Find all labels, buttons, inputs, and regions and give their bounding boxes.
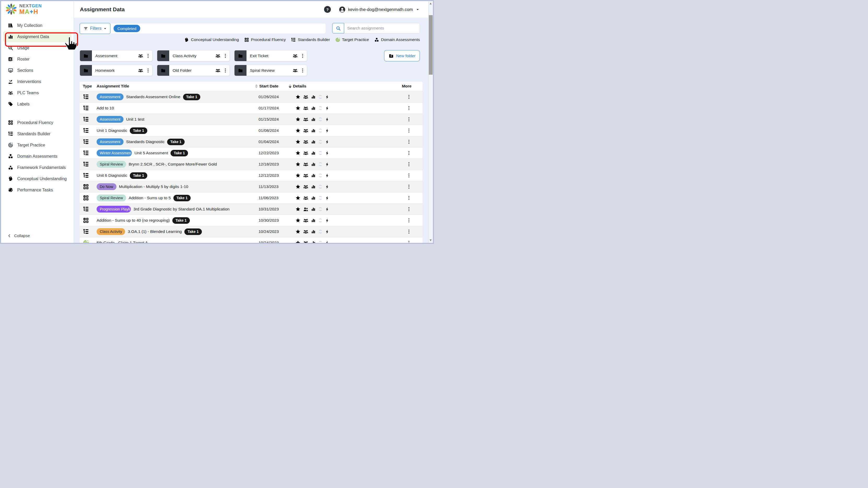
retake-sync-icon[interactable] — [318, 128, 323, 133]
star-icon[interactable] — [295, 94, 301, 99]
students-icon[interactable] — [303, 229, 309, 235]
students-icon[interactable] — [303, 184, 309, 189]
students-icon[interactable] — [303, 117, 309, 122]
retake-sync-icon[interactable] — [318, 173, 323, 178]
star-icon[interactable] — [295, 117, 301, 122]
folder-menu-kebab[interactable] — [300, 68, 305, 73]
table-row[interactable]: Progression Playli 3rd Grade Diagnostic … — [80, 204, 423, 215]
sidebar-item[interactable]: Assignment Data — [3, 31, 71, 42]
account-caret-icon[interactable] — [416, 8, 420, 11]
results-chart-icon[interactable] — [311, 94, 316, 99]
results-chart-icon[interactable] — [311, 218, 316, 223]
table-row[interactable]: Do Now Multiplication - Multiply 5 by di… — [80, 181, 423, 192]
students-icon[interactable] — [303, 94, 309, 100]
star-icon[interactable] — [295, 240, 301, 243]
table-row[interactable]: Unit 1 Diagnostic Take 1 01/08/2024 — [80, 125, 423, 136]
sidebar-item[interactable]: Interventions — [1, 76, 74, 87]
students-icon[interactable] — [303, 195, 309, 201]
results-chart-icon[interactable] — [311, 195, 316, 200]
help-button[interactable]: ? — [324, 6, 331, 13]
students-icon[interactable] — [303, 161, 309, 167]
row-menu-kebab[interactable] — [406, 128, 411, 133]
sidebar-collapse-button[interactable]: Collapse — [7, 234, 30, 238]
star-icon[interactable] — [295, 150, 301, 156]
row-menu-kebab[interactable] — [406, 117, 411, 122]
live-bolt-icon[interactable] — [325, 241, 330, 243]
live-bolt-icon[interactable] — [325, 173, 330, 178]
avatar-icon[interactable] — [339, 6, 346, 13]
sidebar-item[interactable]: Labels — [1, 98, 74, 110]
row-menu-kebab[interactable] — [406, 195, 411, 201]
folder-card[interactable]: Assessment — [80, 50, 153, 61]
retake-sync-icon[interactable] — [318, 241, 323, 243]
col-details[interactable]: Details — [289, 84, 306, 89]
star-icon[interactable] — [295, 162, 301, 167]
retake-sync-icon[interactable] — [318, 140, 323, 144]
folder-menu-kebab[interactable] — [223, 68, 228, 73]
folder-menu-kebab[interactable] — [300, 53, 305, 59]
row-menu-kebab[interactable] — [406, 150, 411, 156]
scrollbar-thumb[interactable] — [429, 15, 433, 75]
retake-sync-icon[interactable] — [318, 117, 323, 122]
live-bolt-icon[interactable] — [325, 117, 330, 122]
table-row[interactable]: Unit 6 Diagnostic Take 1 12/12/2023 — [80, 170, 423, 181]
row-menu-kebab[interactable] — [406, 162, 411, 167]
folder-card[interactable]: Exit Ticket — [234, 50, 307, 61]
sidebar-item[interactable]: Procedural Fluency — [1, 117, 74, 128]
star-icon[interactable] — [295, 207, 301, 212]
folder-menu-kebab[interactable] — [146, 68, 151, 73]
students-icon[interactable] — [303, 206, 309, 212]
retake-sync-icon[interactable] — [318, 94, 323, 99]
row-menu-kebab[interactable] — [406, 105, 411, 111]
live-bolt-icon[interactable] — [325, 106, 330, 111]
folder-menu-kebab[interactable] — [223, 53, 228, 59]
students-icon[interactable] — [303, 128, 309, 133]
folder-card[interactable]: Spiral Review — [234, 65, 307, 76]
star-icon[interactable] — [295, 218, 301, 223]
table-row[interactable]: Winter Assessmen Unit 5 Assessment Take … — [80, 147, 423, 158]
folder-card[interactable]: Homework — [80, 65, 153, 76]
folder-card[interactable]: Old Folder — [157, 65, 230, 76]
live-bolt-icon[interactable] — [325, 196, 330, 200]
results-chart-icon[interactable] — [311, 184, 316, 189]
row-menu-kebab[interactable] — [406, 229, 411, 234]
scroll-up-arrow[interactable] — [430, 3, 432, 4]
students-icon[interactable] — [303, 217, 309, 223]
results-chart-icon[interactable] — [311, 117, 316, 122]
sidebar-item[interactable]: My Collection — [1, 20, 74, 31]
live-bolt-icon[interactable] — [325, 218, 330, 223]
table-row[interactable]: Assessment Standards Assessment Online T… — [80, 91, 423, 102]
table-row[interactable]: Assessment Standards Diagnostic Take 1 0… — [80, 136, 423, 147]
students-icon[interactable] — [303, 240, 309, 243]
live-bolt-icon[interactable] — [325, 230, 330, 234]
folder-menu-kebab[interactable] — [146, 53, 151, 59]
live-bolt-icon[interactable] — [325, 151, 330, 155]
table-row[interactable]: Spiral Review Brynn 2.SCR , SCR-, Compar… — [80, 158, 423, 170]
students-icon[interactable] — [303, 173, 309, 178]
row-menu-kebab[interactable] — [406, 184, 411, 189]
star-icon[interactable] — [295, 229, 301, 234]
table-row[interactable]: Class Activity 3.OA.1 (1) - Blended Lear… — [80, 226, 423, 237]
sidebar-item[interactable]: PLC Teams — [1, 87, 74, 98]
star-icon[interactable] — [295, 184, 301, 189]
star-icon[interactable] — [295, 195, 301, 201]
results-chart-icon[interactable] — [311, 128, 316, 133]
star-icon[interactable] — [295, 128, 301, 133]
students-icon[interactable] — [303, 139, 309, 145]
results-chart-icon[interactable] — [311, 229, 316, 234]
retake-sync-icon[interactable] — [318, 229, 323, 234]
star-icon[interactable] — [295, 139, 301, 144]
filters-button[interactable]: Filters — [80, 23, 111, 34]
sidebar-item[interactable]: Domain Assessments — [1, 151, 74, 162]
scroll-down-arrow[interactable] — [430, 239, 432, 241]
table-row[interactable]: Addition - Sums up to 40 (no regrouping)… — [80, 215, 423, 226]
search-input[interactable] — [344, 23, 420, 33]
table-row[interactable]: Assessment Unit 1 test 01/15/2024 — [80, 114, 423, 125]
table-row[interactable]: Add to 10 01/17/2024 — [80, 102, 423, 114]
retake-sync-icon[interactable] — [318, 195, 323, 200]
col-start-date[interactable]: Start Date — [255, 84, 278, 89]
retake-sync-icon[interactable] — [318, 207, 323, 212]
star-icon[interactable] — [295, 173, 301, 178]
results-chart-icon[interactable] — [311, 207, 316, 212]
new-folder-button[interactable]: New folder — [384, 50, 420, 61]
